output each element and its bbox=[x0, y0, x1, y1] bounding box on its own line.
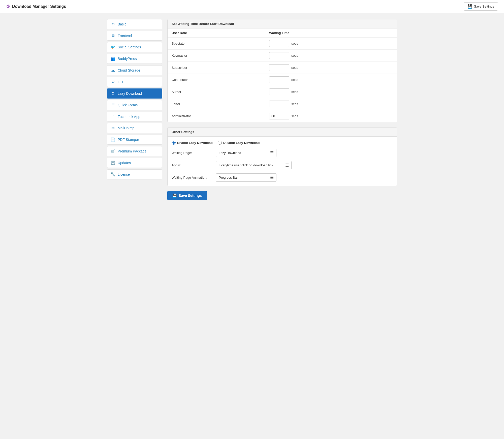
sidebar-label-premium-package: Premium Package bbox=[118, 149, 146, 153]
floppy-icon-top: 💾 bbox=[467, 4, 472, 9]
waiting-page-select[interactable]: Lazy Download ☰ bbox=[216, 149, 276, 157]
sidebar-item-basic[interactable]: ⚙Basic bbox=[107, 19, 162, 29]
save-settings-button-top[interactable]: 💾 Save Settings bbox=[464, 2, 498, 11]
other-settings-body: Enable Lazy Download Disable Lazy Downlo… bbox=[168, 137, 397, 186]
sidebar-item-cloud-storage[interactable]: ☁Cloud Storage bbox=[107, 65, 162, 75]
save-settings-button-bottom[interactable]: 💾 Save Settings bbox=[167, 191, 207, 200]
time-input-subscriber[interactable] bbox=[269, 64, 289, 71]
sidebar-item-mailchimp[interactable]: ✉MailChimp bbox=[107, 123, 162, 133]
enable-lazy-label: Enable Lazy Download bbox=[177, 141, 213, 145]
disable-lazy-label: Disable Lazy Download bbox=[223, 141, 260, 145]
ftp-icon: ⚙ bbox=[111, 80, 115, 84]
frontend-icon: 🖥 bbox=[111, 34, 115, 38]
role-cell: Contributor bbox=[168, 74, 265, 86]
time-input-keymaster[interactable] bbox=[269, 52, 289, 59]
apply-label: Apply: bbox=[172, 163, 212, 167]
page-title: Download Manager Settings bbox=[12, 4, 66, 9]
animation-value: Progress Bar bbox=[219, 176, 238, 179]
sidebar-label-updates: Updates bbox=[118, 161, 131, 165]
time-cell: secs bbox=[265, 38, 397, 50]
sidebar-item-premium-package[interactable]: 🛒Premium Package bbox=[107, 146, 162, 156]
premium-package-icon: 🛒 bbox=[111, 149, 115, 153]
table-row: Subscriber secs bbox=[168, 62, 397, 74]
time-input-spectator[interactable] bbox=[269, 40, 289, 47]
license-icon: 🔧 bbox=[111, 172, 115, 177]
sidebar-item-updates[interactable]: 🔄Updates bbox=[107, 158, 162, 168]
sidebar-item-license[interactable]: 🔧License bbox=[107, 169, 162, 179]
table-row: Editor secs bbox=[168, 98, 397, 110]
updates-icon: 🔄 bbox=[111, 161, 115, 165]
time-input-administrator[interactable] bbox=[269, 113, 289, 119]
table-row: Author secs bbox=[168, 86, 397, 98]
enable-lazy-radio[interactable] bbox=[172, 141, 176, 145]
sidebar-item-lazy-download[interactable]: ⚙Lazy Download bbox=[107, 88, 162, 99]
secs-label: secs bbox=[291, 54, 298, 57]
role-cell: Administrator bbox=[168, 110, 265, 122]
secs-label: secs bbox=[291, 102, 298, 106]
sidebar-label-quick-forms: Quick Forms bbox=[118, 103, 138, 107]
col-user-role: User Role bbox=[168, 28, 265, 38]
sidebar-label-ftp: FTP bbox=[118, 80, 124, 84]
facebook-app-icon: f bbox=[111, 114, 115, 119]
main-content: Set Waiting Time Before Start Download U… bbox=[167, 19, 397, 204]
enable-lazy-download-option[interactable]: Enable Lazy Download bbox=[172, 141, 213, 145]
sidebar-label-cloud-storage: Cloud Storage bbox=[118, 68, 140, 72]
waiting-page-label: Waiting Page: bbox=[172, 151, 212, 155]
sidebar-label-social-settings: Social Settings bbox=[118, 45, 141, 49]
time-cell: secs bbox=[265, 110, 397, 122]
animation-menu-icon: ☰ bbox=[270, 175, 274, 180]
role-cell: Editor bbox=[168, 98, 265, 110]
table-row: Keymaster secs bbox=[168, 50, 397, 62]
sidebar-label-license: License bbox=[118, 172, 130, 176]
app-title: ⚙ Download Manager Settings bbox=[6, 4, 66, 9]
sidebar-item-social-settings[interactable]: 🐦Social Settings bbox=[107, 42, 162, 52]
waiting-page-menu-icon: ☰ bbox=[270, 150, 274, 155]
quick-forms-icon: ☰ bbox=[111, 103, 115, 107]
gear-icon: ⚙ bbox=[6, 4, 10, 9]
table-row: Contributor secs bbox=[168, 74, 397, 86]
time-cell: secs bbox=[265, 50, 397, 62]
cloud-storage-icon: ☁ bbox=[111, 68, 115, 73]
table-row: Spectator secs bbox=[168, 38, 397, 50]
sidebar-label-pdf-stamper: PDF Stamper bbox=[118, 138, 139, 142]
waiting-page-value: Lazy Download bbox=[219, 151, 241, 155]
role-cell: Author bbox=[168, 86, 265, 98]
secs-label: secs bbox=[291, 90, 298, 94]
radio-row: Enable Lazy Download Disable Lazy Downlo… bbox=[172, 141, 393, 145]
role-cell: Spectator bbox=[168, 38, 265, 50]
waiting-time-header: Set Waiting Time Before Start Download bbox=[168, 19, 397, 28]
sidebar-item-buddypress[interactable]: 👥BuddyPress bbox=[107, 54, 162, 64]
waiting-page-row: Waiting Page: Lazy Download ☰ bbox=[172, 149, 393, 157]
time-input-author[interactable] bbox=[269, 88, 289, 95]
animation-label: Waiting Page Animation: bbox=[172, 176, 212, 179]
apply-value: Everytime user click on download link bbox=[219, 163, 273, 167]
social-settings-icon: 🐦 bbox=[111, 45, 115, 49]
apply-select[interactable]: Everytime user click on download link ☰ bbox=[216, 161, 292, 169]
sidebar-label-basic: Basic bbox=[118, 22, 126, 26]
role-cell: Subscriber bbox=[168, 62, 265, 74]
secs-label: secs bbox=[291, 42, 298, 45]
sidebar-item-facebook-app[interactable]: fFacebook App bbox=[107, 112, 162, 121]
time-input-editor[interactable] bbox=[269, 101, 289, 107]
save-settings-label-bottom: Save Settings bbox=[179, 194, 202, 198]
sidebar-item-quick-forms[interactable]: ☰Quick Forms bbox=[107, 100, 162, 110]
disable-lazy-radio[interactable] bbox=[218, 141, 222, 145]
sidebar-item-frontend[interactable]: 🖥Frontend bbox=[107, 31, 162, 41]
lazy-download-icon: ⚙ bbox=[111, 91, 115, 96]
time-input-contributor[interactable] bbox=[269, 76, 289, 83]
floppy-icon-bottom: 💾 bbox=[172, 194, 177, 198]
animation-select[interactable]: Progress Bar ☰ bbox=[216, 173, 276, 182]
top-bar: ⚙ Download Manager Settings 💾 Save Setti… bbox=[0, 0, 504, 13]
apply-menu-icon: ☰ bbox=[285, 163, 289, 168]
secs-label: secs bbox=[291, 78, 298, 82]
sidebar-label-facebook-app: Facebook App bbox=[118, 115, 140, 119]
role-cell: Keymaster bbox=[168, 50, 265, 62]
sidebar-label-frontend: Frontend bbox=[118, 34, 132, 38]
sidebar-item-ftp[interactable]: ⚙FTP bbox=[107, 77, 162, 87]
buddypress-icon: 👥 bbox=[111, 56, 115, 61]
mailchimp-icon: ✉ bbox=[111, 126, 115, 130]
sidebar-label-mailchimp: MailChimp bbox=[118, 126, 134, 130]
disable-lazy-download-option[interactable]: Disable Lazy Download bbox=[218, 141, 260, 145]
sidebar-item-pdf-stamper[interactable]: 📄PDF Stamper bbox=[107, 135, 162, 145]
other-settings-header: Other Settings bbox=[168, 128, 397, 137]
